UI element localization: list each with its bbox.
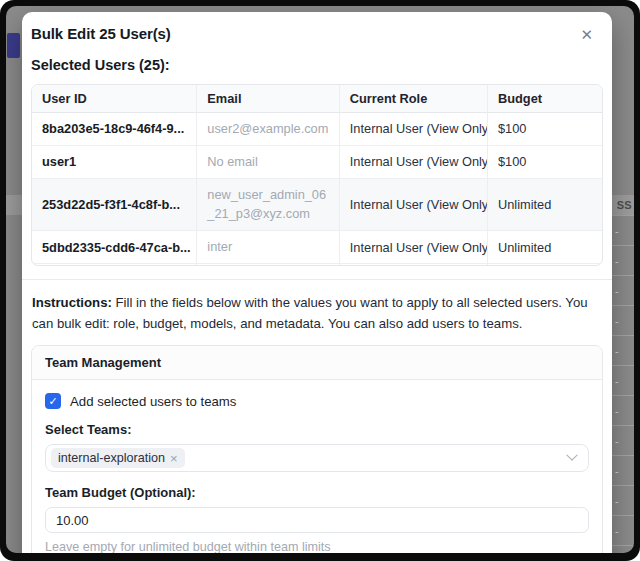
- cell-user-id: 5dbd2335-cdd6-47ca-b...: [32, 231, 197, 264]
- close-icon[interactable]: ✕: [578, 25, 603, 44]
- section-divider: [22, 279, 612, 280]
- team-budget-input[interactable]: [45, 507, 589, 533]
- checkmark-icon: ✓: [48, 396, 57, 407]
- table-row: user1 No email Internal User (View Only)…: [32, 146, 602, 179]
- cell-role: Internal User (View Only): [340, 231, 488, 264]
- cell-budget: $100: [488, 113, 602, 146]
- cell-email: user2@example.com: [197, 113, 340, 146]
- column-header-email: Email: [197, 85, 340, 113]
- cell-budget: Unlimited: [488, 231, 602, 264]
- cell-role: Internal User (View Only): [340, 113, 488, 146]
- chevron-down-icon: [566, 450, 577, 461]
- app-viewport: SS ------------ Bulk Edit 25 User(s) ✕ S…: [6, 6, 634, 553]
- screenshot-frame: SS ------------ Bulk Edit 25 User(s) ✕ S…: [0, 0, 640, 561]
- team-management-body: ✓ Add selected users to teams Select Tea…: [32, 380, 602, 553]
- cell-budget: Unlimited: [488, 179, 602, 232]
- modal-header: Bulk Edit 25 User(s) ✕: [31, 25, 603, 44]
- checkbox-checked[interactable]: ✓: [45, 393, 61, 409]
- team-management-title: Team Management: [32, 346, 602, 380]
- team-budget-label: Team Budget (Optional):: [45, 485, 589, 500]
- table-row: 5dbd2335-cdd6-47ca-b... inter Internal U…: [32, 231, 602, 264]
- selected-users-table-container[interactable]: User ID Email Current Role Budget 8ba203…: [31, 84, 603, 266]
- selected-users-table: User ID Email Current Role Budget 8ba203…: [32, 85, 602, 266]
- table-header-row: User ID Email Current Role Budget: [32, 85, 602, 113]
- instructions-body: Fill in the fields below with the values…: [32, 295, 588, 331]
- team-tag: internal-exploration ×: [51, 448, 185, 468]
- cell-user-id: 8ba203e5-18c9-46f4-9...: [32, 113, 197, 146]
- cell-email: inter: [197, 231, 340, 264]
- instructions-label: Instructions:: [32, 295, 112, 310]
- team-select[interactable]: internal-exploration ×: [45, 444, 589, 472]
- table-row: 253d22d5-f3f1-4c8f-b... new_user_admin_0…: [32, 179, 602, 232]
- cell-role: Internal User (View Only): [340, 146, 488, 179]
- cell-email: new_user_admin_06_21_p3@xyz.com: [197, 179, 340, 232]
- add-users-to-teams-checkbox-row[interactable]: ✓ Add selected users to teams: [45, 393, 589, 409]
- table-row: 8ba203e5-18c9-46f4-9... user2@example.co…: [32, 113, 602, 146]
- cell-role: [340, 264, 488, 266]
- cell-email: No email: [197, 146, 340, 179]
- dimmed-primary-button: [7, 33, 20, 58]
- team-management-card: Team Management ✓ Add selected users to …: [31, 345, 603, 553]
- column-header-budget: Budget: [488, 85, 602, 113]
- checkbox-label: Add selected users to teams: [70, 394, 236, 409]
- cell-user-id: user1: [32, 146, 197, 179]
- page-title: Bulk Edit 25 User(s): [31, 25, 171, 42]
- column-header-current-role: Current Role: [340, 85, 488, 113]
- cell-user-id: 253d22d5-f3f1-4c8f-b...: [32, 179, 197, 232]
- dimmed-column-header-label: SS: [617, 199, 632, 211]
- select-teams-label: Select Teams:: [45, 422, 589, 437]
- selected-users-heading: Selected Users (25):: [31, 57, 603, 73]
- team-tag-label: internal-exploration: [58, 451, 165, 465]
- cell-role: Internal User (View Only): [340, 179, 488, 232]
- cell-user-id: [32, 264, 197, 266]
- column-header-user-id: User ID: [32, 85, 197, 113]
- remove-tag-icon[interactable]: ×: [170, 452, 178, 465]
- budget-helper-text: Leave empty for unlimited budget within …: [45, 540, 589, 553]
- table-row: internal-user-ui-qa-06-28-: [32, 264, 602, 266]
- cell-budget: [488, 264, 602, 266]
- bulk-edit-modal: Bulk Edit 25 User(s) ✕ Selected Users (2…: [22, 12, 612, 553]
- cell-email: internal-user-ui-qa-06-28-: [197, 264, 340, 266]
- cell-budget: $100: [488, 146, 602, 179]
- instructions-text: Instructions: Fill in the fields below w…: [32, 292, 602, 334]
